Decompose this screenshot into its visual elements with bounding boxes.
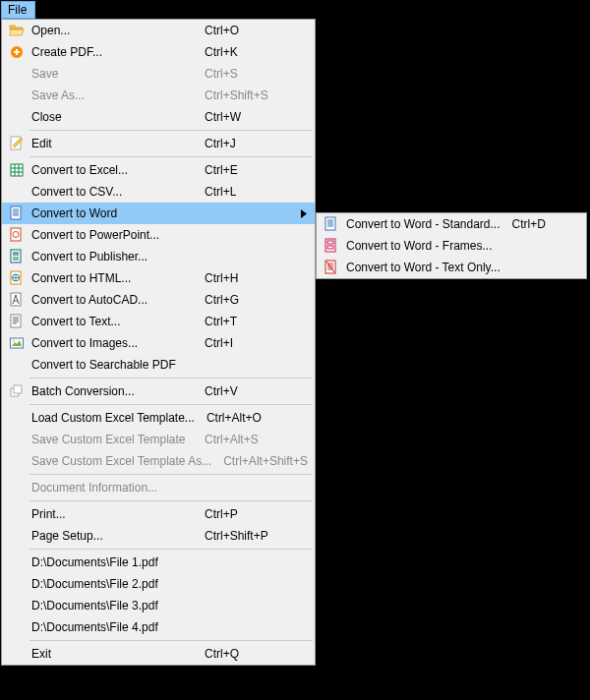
- menu-item-convert-to-html[interactable]: Convert to HTML...Ctrl+H: [2, 267, 315, 289]
- menu-item-label: Convert to Searchable PDF: [28, 358, 193, 372]
- menu-item-convert-to-autocad[interactable]: Convert to AutoCAD...Ctrl+G: [2, 289, 315, 311]
- menu-item-label: Convert to Word: [28, 206, 193, 220]
- menu-item-save-custom-excel-template-as: Save Custom Excel Template As...Ctrl+Alt…: [2, 450, 315, 472]
- menu-item-load-custom-excel-template[interactable]: Load Custom Excel Template...Ctrl+Alt+O: [2, 407, 315, 429]
- menu-item-label: Convert to Word - Text Only...: [342, 261, 501, 274]
- convert-to-word-submenu: Convert to Word - Standard...Ctrl+DConve…: [316, 212, 587, 279]
- menu-item-label: Convert to AutoCAD...: [28, 293, 193, 307]
- menu-item-convert-to-word-text-only[interactable]: Convert to Word - Text Only...: [317, 257, 586, 278]
- menu-item-document-information: Document Information...: [2, 477, 315, 498]
- menu-item-d-documents-file-1-pdf[interactable]: D:\Documents\File 1.pdf: [2, 552, 315, 573]
- menu-item-shortcut: Ctrl+J: [193, 137, 301, 150]
- word-frames-icon: [321, 238, 342, 254]
- menu-separator: [30, 474, 313, 475]
- menu-item-convert-to-csv[interactable]: Convert to CSV...Ctrl+L: [2, 181, 315, 203]
- menu-item-label: Save As...: [28, 88, 193, 102]
- menu-item-label: Convert to Word - Standard...: [342, 217, 501, 231]
- menu-separator: [30, 404, 313, 405]
- menu-separator: [30, 549, 313, 550]
- menu-item-label: Convert to CSV...: [28, 185, 193, 199]
- menu-item-print[interactable]: Print...Ctrl+P: [2, 503, 315, 525]
- menu-item-shortcut: Ctrl+D: [501, 217, 572, 231]
- menu-item-open[interactable]: Open...Ctrl+O: [2, 20, 315, 41]
- menu-item-save: SaveCtrl+S: [2, 63, 315, 85]
- menu-item-label: Edit: [28, 137, 193, 150]
- text-icon: [6, 314, 28, 329]
- menu-item-label: Convert to Text...: [28, 315, 193, 328]
- menu-item-d-documents-file-4-pdf[interactable]: D:\Documents\File 4.pdf: [2, 616, 315, 638]
- svg-rect-2: [16, 49, 18, 55]
- menu-item-label: Save Custom Excel Template: [28, 433, 193, 446]
- menubar: File: [1, 1, 35, 19]
- menu-item-exit[interactable]: ExitCtrl+Q: [2, 643, 315, 665]
- menu-item-shortcut: Ctrl+Shift+S: [193, 88, 301, 102]
- menu-item-label: Batch Conversion...: [28, 384, 193, 398]
- menu-item-save-custom-excel-template: Save Custom Excel TemplateCtrl+Alt+S: [2, 429, 315, 450]
- menu-item-convert-to-word-standard[interactable]: Convert to Word - Standard...Ctrl+D: [317, 213, 586, 235]
- menu-item-label: Open...: [28, 24, 193, 37]
- image-icon: [6, 335, 28, 351]
- menu-item-convert-to-word-frames[interactable]: Convert to Word - Frames...: [317, 235, 586, 257]
- menu-item-shortcut: Ctrl+Q: [193, 647, 301, 661]
- menu-item-edit[interactable]: EditCtrl+J: [2, 133, 315, 154]
- menu-item-save-as: Save As...Ctrl+Shift+S: [2, 85, 315, 106]
- menu-separator: [30, 378, 313, 379]
- menu-item-shortcut: Ctrl+S: [193, 67, 301, 81]
- file-menu: Open...Ctrl+OCreate PDF...Ctrl+KSaveCtrl…: [1, 19, 316, 666]
- menubar-file[interactable]: File: [1, 1, 35, 19]
- menu-item-label: Convert to Publisher...: [28, 250, 193, 263]
- autocad-icon: [6, 292, 28, 308]
- menu-item-create-pdf[interactable]: Create PDF...Ctrl+K: [2, 41, 315, 63]
- menu-item-shortcut: Ctrl+L: [193, 185, 301, 199]
- menu-item-shortcut: Ctrl+G: [193, 293, 301, 307]
- create-pdf-icon: [6, 44, 28, 60]
- menu-item-convert-to-publisher[interactable]: Convert to Publisher...: [2, 246, 315, 267]
- svg-marker-6: [301, 209, 307, 218]
- menu-item-shortcut: Ctrl+Alt+S: [193, 433, 301, 446]
- batch-icon: [6, 383, 28, 399]
- menu-item-label: Convert to Excel...: [28, 163, 193, 177]
- menu-item-label: Page Setup...: [28, 529, 193, 543]
- menu-item-shortcut: Ctrl+P: [193, 507, 301, 521]
- svg-rect-15: [11, 338, 24, 348]
- menu-item-convert-to-excel[interactable]: Convert to Excel...Ctrl+E: [2, 159, 315, 181]
- menu-item-convert-to-images[interactable]: Convert to Images...Ctrl+I: [2, 332, 315, 354]
- menu-item-label: Close: [28, 110, 193, 124]
- edit-icon: [6, 136, 28, 151]
- svg-rect-9: [11, 250, 21, 262]
- menu-item-close[interactable]: CloseCtrl+W: [2, 106, 315, 128]
- menu-item-shortcut: Ctrl+O: [193, 24, 301, 37]
- svg-rect-13: [11, 293, 21, 306]
- menu-item-shortcut: Ctrl+Alt+Shift+S: [211, 454, 316, 468]
- menu-item-label: D:\Documents\File 1.pdf: [28, 555, 193, 569]
- menu-item-shortcut: Ctrl+K: [193, 45, 301, 59]
- menu-item-d-documents-file-2-pdf[interactable]: D:\Documents\File 2.pdf: [2, 573, 315, 595]
- html-icon: [6, 270, 28, 286]
- menu-item-convert-to-powerpoint[interactable]: Convert to PowerPoint...: [2, 224, 315, 246]
- publisher-icon: [6, 249, 28, 264]
- menu-item-label: Load Custom Excel Template...: [28, 411, 195, 425]
- menu-separator: [30, 500, 313, 501]
- word-textonly-icon: [321, 260, 342, 275]
- menu-item-d-documents-file-3-pdf[interactable]: D:\Documents\File 3.pdf: [2, 595, 315, 616]
- svg-point-17: [13, 340, 15, 342]
- menu-item-shortcut: Ctrl+V: [193, 384, 301, 398]
- menu-item-label: Print...: [28, 507, 193, 521]
- menu-item-label: Save Custom Excel Template As...: [28, 454, 211, 468]
- menu-separator: [30, 640, 313, 641]
- menu-item-page-setup[interactable]: Page Setup...Ctrl+Shift+P: [2, 525, 315, 547]
- menu-item-shortcut: Ctrl+T: [193, 315, 301, 328]
- menu-item-convert-to-searchable-pdf[interactable]: Convert to Searchable PDF: [2, 354, 315, 376]
- powerpoint-icon: [6, 227, 28, 243]
- svg-rect-4: [11, 164, 23, 176]
- menu-item-batch-conversion[interactable]: Batch Conversion...Ctrl+V: [2, 380, 315, 402]
- menu-item-label: Save: [28, 67, 193, 81]
- svg-rect-10: [13, 252, 19, 256]
- menu-item-convert-to-text[interactable]: Convert to Text...Ctrl+T: [2, 311, 315, 332]
- excel-icon: [6, 162, 28, 178]
- menu-item-shortcut: Ctrl+H: [193, 271, 301, 285]
- menu-item-label: D:\Documents\File 2.pdf: [28, 577, 193, 591]
- menu-item-label: D:\Documents\File 4.pdf: [28, 620, 193, 634]
- menu-separator: [30, 130, 313, 131]
- menu-item-convert-to-word[interactable]: Convert to Word: [2, 203, 315, 224]
